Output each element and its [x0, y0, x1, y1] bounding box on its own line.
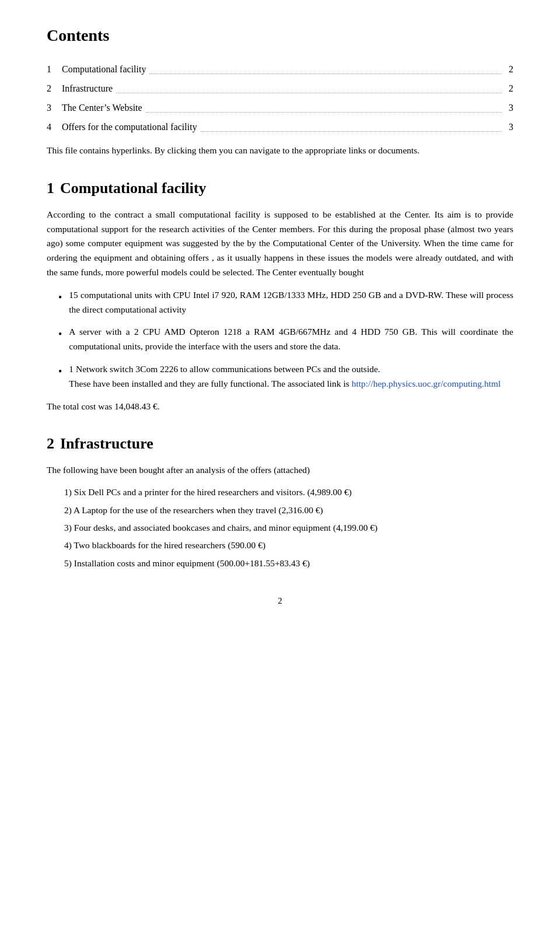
toc-dots-4 — [201, 117, 502, 132]
toc-num-2: 2 — [47, 82, 57, 96]
toc-title-1: Computational facility — [62, 62, 146, 76]
section-2-intro: The following have been bought after an … — [47, 463, 513, 478]
infra-item-3: 3) Four desks, and associated bookcases … — [64, 520, 513, 535]
section-2: 2Infrastructure The following have been … — [47, 432, 513, 571]
toc-dots-3 — [146, 98, 502, 113]
bullet-item-2: • A server with a 2 CPU AMD Opteron 1218… — [58, 325, 513, 354]
toc-title-4: Offers for the computational facility — [62, 120, 197, 134]
section-1-heading: 1Computational facility — [47, 177, 513, 199]
section-2-num: 2 — [47, 435, 54, 452]
bullet-icon-3: • — [58, 363, 62, 380]
bullet-item-1: • 15 computational units with CPU Intel … — [58, 288, 513, 317]
infra-item-1: 1) Six Dell PCs and a printer for the hi… — [64, 485, 513, 500]
toc-page-1: 2 — [505, 62, 513, 76]
bullet-text-3a: 1 Network switch 3Com 2226 to allow comm… — [69, 364, 380, 374]
section-2-title: Infrastructure — [60, 435, 153, 452]
bullet-list-1: • 15 computational units with CPU Intel … — [58, 288, 513, 391]
toc-page-3: 3 — [505, 101, 513, 115]
hyperlink-note: This file contains hyperlinks. By clicki… — [47, 143, 513, 158]
infra-item-5: 5) Installation costs and minor equipmen… — [64, 556, 513, 571]
toc-row-3: 3 The Center’s Website 3 — [47, 98, 513, 115]
bullet-text-3b: These have been installed and they are f… — [69, 379, 349, 388]
toc-title-2: Infrastructure — [62, 82, 113, 96]
total-cost: The total cost was 14,048.43 €. — [47, 400, 513, 414]
toc-num-4: 4 — [47, 120, 57, 134]
infrastructure-list: 1) Six Dell PCs and a printer for the hi… — [64, 485, 513, 571]
computing-link[interactable]: http://hep.physics.uoc.gr/computing.html — [352, 379, 501, 388]
infra-item-4: 4) Two blackboards for the hired researc… — [64, 538, 513, 553]
section-1-para1: According to the contract a small comput… — [47, 208, 513, 280]
section-1-title: Computational facility — [60, 180, 206, 197]
toc-dots-2 — [116, 79, 502, 93]
toc-row-2: 2 Infrastructure 2 — [47, 79, 513, 96]
toc-page-2: 2 — [505, 82, 513, 96]
section-1: 1Computational facility According to the… — [47, 177, 513, 414]
toc-row-4: 4 Offers for the computational facility … — [47, 117, 513, 134]
toc-row-1: 1 Computational facility 2 — [47, 59, 513, 76]
toc-section: 1 Computational facility 2 2 Infrastruct… — [47, 59, 513, 134]
toc-dots-1 — [149, 59, 502, 74]
bullet-icon-2: • — [58, 326, 62, 343]
section-2-heading: 2Infrastructure — [47, 432, 513, 455]
bullet-text-1: 15 computational units with CPU Intel i7… — [69, 288, 513, 317]
bullet-item-3: • 1 Network switch 3Com 2226 to allow co… — [58, 362, 513, 391]
page-number: 2 — [47, 594, 513, 608]
section-1-num: 1 — [47, 180, 54, 197]
bullet-text-3: 1 Network switch 3Com 2226 to allow comm… — [69, 362, 513, 391]
toc-title-3: The Center’s Website — [62, 101, 142, 115]
bullet-text-2: A server with a 2 CPU AMD Opteron 1218 a… — [69, 325, 513, 354]
bullet-icon-1: • — [58, 289, 62, 306]
toc-page-4: 3 — [505, 120, 513, 134]
infra-item-2: 2) A Laptop for the use of the researche… — [64, 503, 513, 518]
toc-num-1: 1 — [47, 62, 57, 76]
toc-num-3: 3 — [47, 101, 57, 115]
contents-heading: Contents — [47, 23, 513, 48]
